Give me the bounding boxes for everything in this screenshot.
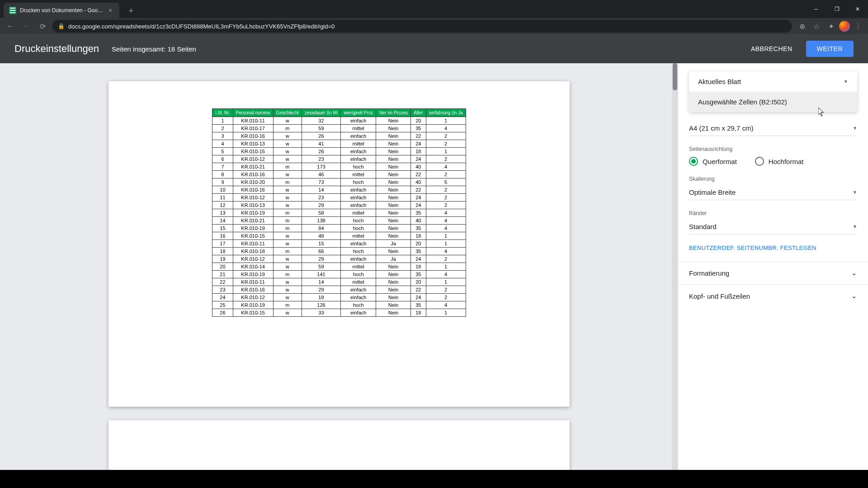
minimize-button[interactable]: ─ [806, 0, 826, 18]
table-row: 14KR.010-21m138hochNein404 [212, 217, 466, 225]
table-row: 20KR.010-14w59mittelNein181 [212, 263, 466, 271]
dropdown-option-current-sheet[interactable]: Aktuelles Blatt ▼ [689, 71, 857, 92]
table-row: 19KR.010-12w29einfachJa242 [212, 255, 466, 263]
cancel-button[interactable]: ABBRECHEN [743, 41, 801, 57]
margins-label: Ränder [689, 210, 857, 216]
preview-page-2 [108, 420, 570, 470]
scale-label: Skalierung [689, 176, 857, 182]
table-header: zessdauer (in Mi [302, 109, 340, 117]
profile-avatar[interactable] [839, 21, 850, 32]
table-header: hler im Prozes [376, 109, 411, 117]
browser-titlebar: Drucken von Dokumenten - Goo… × + ─ ❐ ✕ [0, 0, 868, 18]
table-row: 25KR.010-19m126hochNein354 [212, 301, 466, 309]
margins-select[interactable]: Standard ▼ [689, 219, 857, 235]
chevron-down-icon: ⌄ [851, 269, 857, 277]
table-row: 26KR.010-15w33einfachNein181 [212, 309, 466, 317]
chevron-down-icon: ▼ [853, 190, 857, 195]
table-row: 10KR.010-16w14einfachNein222 [212, 186, 466, 194]
table-row: 12KR.010-13w29einfachNein242 [212, 202, 466, 209]
tab-close-icon[interactable]: × [107, 7, 114, 14]
radio-unchecked-icon [755, 157, 764, 166]
page-title: Druckeinstellungen [14, 43, 99, 55]
table-row: 3KR.010-16w26einfachNein222 [212, 132, 466, 140]
orientation-landscape-radio[interactable]: Querformat [689, 157, 737, 166]
table-row: 23KR.010-16w29einfachNein222 [212, 286, 466, 294]
url-field[interactable]: 🔒 docs.google.com/spreadsheets/d/1cz3cDU… [52, 20, 792, 33]
table-row: 2KR.010-17m59mittelNein354 [212, 125, 466, 132]
back-button[interactable]: ← [4, 20, 16, 33]
table-row: 4KR.010-13w41mittelNein242 [212, 140, 466, 148]
preview-scrollbar[interactable] [672, 63, 678, 470]
radio-checked-icon [689, 157, 698, 166]
total-pages-label: Seiten insgesamt: 18 Seiten [112, 45, 196, 53]
reload-button[interactable]: ⟳ [36, 20, 49, 33]
forward-button[interactable]: → [20, 20, 33, 33]
print-range-dropdown: Aktuelles Blatt ▼ Ausgewählte Zellen (B2… [689, 71, 857, 112]
chevron-down-icon: ▼ [853, 126, 857, 131]
chevron-down-icon: ⌄ [851, 292, 857, 300]
orientation-label: Seitenausrichtung [689, 146, 857, 152]
browser-menu-icon[interactable]: ⋮ [852, 20, 864, 33]
table-row: 11KR.010-12w23einfachNein242 [212, 194, 466, 202]
url-text: docs.google.com/spreadsheets/d/1cz3cDUFS… [68, 23, 335, 30]
new-tab-button[interactable]: + [125, 5, 137, 17]
next-button[interactable]: WEITER [806, 41, 854, 57]
lock-icon: 🔒 [58, 23, 65, 29]
formatting-expander[interactable]: Formatierung ⌄ [678, 261, 868, 284]
table-header: Personal-numme [233, 109, 273, 117]
print-preview-area[interactable]: Lfd. Nr.Personal-nummeGeschlechtzessdaue… [0, 63, 678, 470]
table-row: 16KR.010-15w48mittelNein181 [212, 232, 466, 240]
table-row: 8KR.010-16w46mittelNein222 [212, 171, 466, 178]
scale-select[interactable]: Optimale Breite ▼ [689, 185, 857, 200]
zoom-icon[interactable]: ⊕ [796, 20, 808, 33]
chevron-down-icon: ▼ [844, 79, 848, 84]
dropdown-option-selected-cells[interactable]: Ausgewählte Zellen (B2:I502) [689, 92, 857, 112]
bottom-black-bar [0, 470, 868, 488]
print-settings-sidebar: Drucken ▼ Aktuelles Blatt ▼ Ausgewählte … [678, 63, 868, 470]
table-row: 17KR.010-11w15einfachJa201 [212, 240, 466, 248]
close-window-button[interactable]: ✕ [847, 0, 868, 18]
table-row: 18KR.010-18m66hochNein354 [212, 248, 466, 255]
tab-title: Drucken von Dokumenten - Goo… [20, 7, 103, 14]
headers-footers-expander[interactable]: Kopf- und Fußzeilen ⌄ [678, 284, 868, 307]
custom-page-breaks-link[interactable]: BENUTZERDEF. SEITENUMBR. FESTLEGEN [689, 244, 857, 251]
print-settings-header: Druckeinstellungen Seiten insgesamt: 18 … [0, 34, 868, 63]
bookmark-star-icon[interactable]: ☆ [810, 20, 823, 33]
table-row: 22KR.010-11w14mittelNein201 [212, 278, 466, 286]
table-row: 21KR.010-19m141hochNein354 [212, 271, 466, 278]
table-row: 13KR.010-19m58mittelNein354 [212, 209, 466, 217]
orientation-portrait-radio[interactable]: Hochformat [755, 157, 804, 166]
table-header: Geschlecht [273, 109, 302, 117]
window-controls: ─ ❐ ✕ [806, 0, 868, 18]
sheets-favicon-icon [9, 7, 16, 14]
table-header: Alter [411, 109, 426, 117]
table-row: 5KR.010-15w26einfachNein181 [212, 148, 466, 155]
table-row: 6KR.010-12w23einfachNein242 [212, 155, 466, 163]
chevron-down-icon: ▼ [853, 224, 857, 229]
table-row: 9KR.010-20m73hochNein405 [212, 178, 466, 186]
table-header: serfahrung (in Ja [426, 109, 466, 117]
preview-table: Lfd. Nr.Personal-nummeGeschlechtzessdaue… [212, 108, 466, 317]
browser-address-bar: ← → ⟳ 🔒 docs.google.com/spreadsheets/d/1… [0, 18, 868, 34]
content-area: Lfd. Nr.Personal-nummeGeschlechtzessdaue… [0, 63, 868, 470]
table-header: wierigkeit Proz [341, 109, 376, 117]
extensions-icon[interactable]: ✦ [825, 20, 837, 33]
scrollbar-thumb[interactable] [673, 63, 677, 90]
table-row: 1KR.010-11w32einfachNein201 [212, 117, 466, 125]
paper-size-select[interactable]: A4 (21 cm x 29,7 cm) ▼ [689, 121, 857, 136]
maximize-button[interactable]: ❐ [826, 0, 847, 18]
browser-tab[interactable]: Drucken von Dokumenten - Goo… × [4, 3, 119, 18]
table-header: Lfd. Nr. [212, 109, 233, 117]
table-row: 15KR.010-19m84hochNein354 [212, 225, 466, 232]
table-row: 7KR.010-21m173hochNein404 [212, 163, 466, 171]
table-row: 24KR.010-12w18einfachNein242 [212, 294, 466, 301]
preview-page-1: Lfd. Nr.Personal-nummeGeschlechtzessdaue… [108, 81, 570, 407]
